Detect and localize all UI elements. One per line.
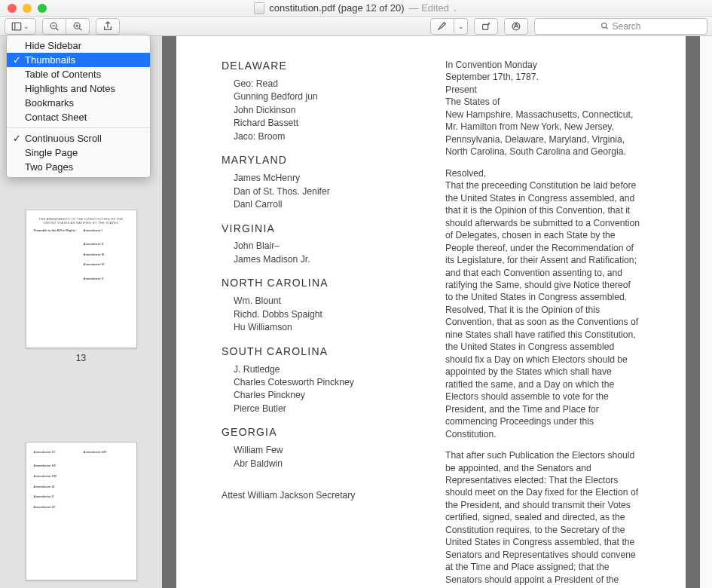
state-heading: VIRGINIA: [222, 222, 417, 236]
chevron-down-icon: ⌄: [23, 23, 29, 30]
window-controls: [8, 4, 47, 13]
scrollbar[interactable]: [700, 36, 712, 588]
signer-list: Geo: ReadGunning Bedford junJohn Dickins…: [234, 78, 417, 142]
signer-list: William FewAbr Baldwin: [234, 444, 417, 470]
signer-name: John Dickinson: [234, 104, 417, 116]
signer-list: John Blair–James Madison Jr.: [234, 240, 417, 265]
menu-item[interactable]: Thumbnails: [7, 53, 150, 67]
signer-list: Wm. BlountRichd. Dobbs SpaightHu William…: [234, 295, 417, 333]
svg-line-6: [79, 28, 81, 30]
thumbnail-page: Amendment VI Amendment VII Amendment VII…: [26, 442, 137, 580]
toolbar: ⌄ ⌄ Search: [0, 17, 712, 36]
thumbnail-13[interactable]: THE AMENDMENTS TO THE CONSTITUTION OF TH…: [26, 210, 137, 363]
search-icon: [600, 22, 609, 30]
highlight-menu-button[interactable]: ⌄: [454, 18, 468, 35]
share-button[interactable]: [96, 18, 120, 35]
column-right: In Convention Monday September 17th, 178…: [445, 59, 640, 588]
window-title: constitution.pdf (page 12 of 20): [269, 2, 404, 14]
signer-list: J. RutledgeCharles Cotesworth PinckneyCh…: [234, 363, 417, 415]
state-heading: DELAWARE: [222, 59, 417, 73]
menu-item[interactable]: Single Page: [7, 145, 150, 160]
sidebar-view-menu: Hide SidebarThumbnailsTable of ContentsH…: [6, 35, 151, 178]
menu-separator: [7, 127, 150, 128]
markup-button[interactable]: [504, 18, 528, 35]
signer-name: Pierce Butler: [234, 403, 417, 415]
minimize-icon[interactable]: [23, 4, 32, 13]
signer-name: John Blair–: [234, 240, 417, 252]
signer-name: J. Rutledge: [234, 363, 417, 375]
state-heading: NORTH CAROLINA: [222, 276, 417, 290]
menu-item[interactable]: Contact Sheet: [7, 110, 150, 124]
column-left: DELAWAREGeo: ReadGunning Bedford junJohn…: [222, 59, 417, 588]
menu-item[interactable]: Table of Contents: [7, 67, 150, 81]
svg-line-12: [607, 27, 608, 29]
document-page: DELAWAREGeo: ReadGunning Bedford junJohn…: [176, 36, 686, 588]
search-placeholder: Search: [612, 21, 640, 32]
menu-item[interactable]: Continuous Scroll: [7, 131, 150, 145]
signer-name: William Few: [234, 444, 417, 456]
menu-item[interactable]: Hide Sidebar: [7, 38, 150, 53]
svg-point-11: [602, 23, 607, 28]
svg-rect-0: [12, 23, 20, 30]
document-viewer[interactable]: DELAWAREGeo: ReadGunning Bedford junJohn…: [162, 36, 712, 588]
share-icon: [102, 21, 113, 32]
attest-line: Attest William Jackson Secretary: [222, 489, 417, 501]
titlebar: constitution.pdf (page 12 of 20) — Edite…: [0, 0, 712, 17]
state-heading: GEORGIA: [222, 425, 417, 439]
sidebar-icon: [11, 21, 22, 32]
svg-rect-9: [483, 24, 488, 29]
signer-name: James Madison Jr.: [234, 253, 417, 265]
highlighter-icon: [437, 21, 448, 32]
signer-name: Geo: Read: [234, 78, 417, 90]
signer-name: Charles Cotesworth Pinckney: [234, 376, 417, 388]
menu-item[interactable]: Bookmarks: [7, 96, 150, 110]
zoom-in-icon: [72, 21, 83, 32]
maximize-icon[interactable]: [38, 4, 47, 13]
thumbnail-14[interactable]: Amendment VI Amendment VII Amendment VII…: [26, 381, 137, 580]
svg-line-3: [56, 28, 58, 30]
zoom-out-icon: [49, 21, 60, 32]
zoom-group: [42, 18, 90, 35]
signer-name: Gunning Bedford jun: [234, 90, 417, 103]
close-icon[interactable]: [8, 4, 17, 13]
zoom-in-button[interactable]: [66, 18, 90, 35]
rotate-icon: [481, 21, 491, 32]
sidebar-toggle-button[interactable]: ⌄: [5, 18, 36, 35]
signer-name: Dan of St. Thos. Jenifer: [234, 185, 417, 198]
signer-name: James McHenry: [234, 172, 417, 184]
document-icon: [254, 2, 264, 14]
edited-status[interactable]: — Edited ⌄: [409, 2, 458, 14]
highlight-button[interactable]: [430, 18, 454, 35]
thumbnail-label: 13: [76, 353, 86, 363]
markup-group: ⌄: [430, 18, 468, 35]
signer-name: Hu Williamson: [234, 321, 417, 333]
signer-name: Wm. Blount: [234, 295, 417, 307]
rotate-button[interactable]: [474, 18, 498, 35]
signer-list: James McHenryDan of St. Thos. JeniferDan…: [234, 172, 417, 210]
search-input[interactable]: Search: [534, 18, 707, 35]
chevron-down-icon: ⌄: [458, 23, 464, 30]
state-heading: SOUTH CAROLINA: [222, 345, 417, 359]
menu-item[interactable]: Two Pages: [7, 160, 150, 174]
signer-name: Jaco: Broom: [234, 130, 417, 142]
signer-name: Richd. Dobbs Spaight: [234, 308, 417, 320]
menu-item[interactable]: Highlights and Notes: [7, 81, 150, 96]
signer-name: Charles Pinckney: [234, 389, 417, 401]
signer-name: Danl Carroll: [234, 198, 417, 210]
signer-name: Abr Baldwin: [234, 458, 417, 470]
signer-name: Richard Bassett: [234, 117, 417, 129]
markup-icon: [511, 21, 521, 32]
state-heading: MARYLAND: [222, 153, 417, 167]
thumbnail-page: THE AMENDMENTS TO THE CONSTITUTION OF TH…: [26, 210, 137, 348]
zoom-out-button[interactable]: [42, 18, 66, 35]
